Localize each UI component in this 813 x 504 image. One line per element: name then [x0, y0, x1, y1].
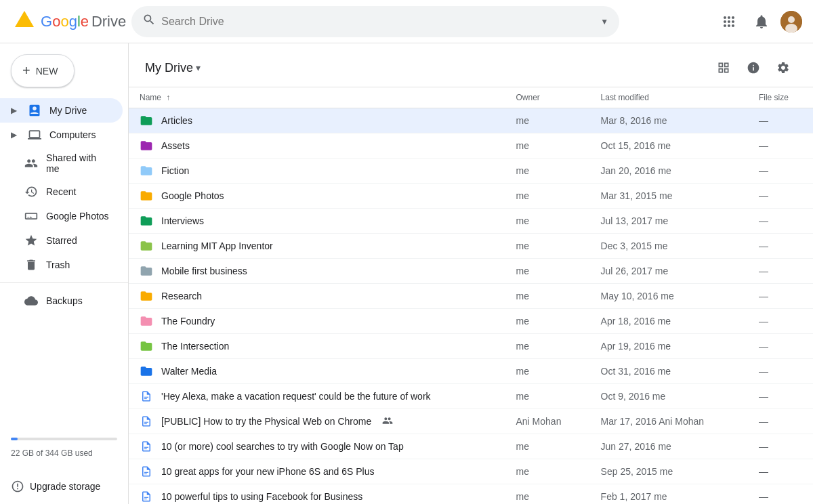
search-bar[interactable]: ▼ [131, 6, 619, 37]
file-size-cell: — [748, 159, 813, 184]
file-modified-cell: May 10, 2016 me [590, 284, 748, 309]
table-row[interactable]: Assets me Oct 15, 2016 me — [129, 133, 813, 159]
file-modified-cell: Jun 27, 2016 me [590, 434, 748, 459]
table-row[interactable]: 'Hey Alexa, make a vacation request' cou… [129, 384, 813, 409]
new-button[interactable]: + NEW [11, 54, 75, 87]
file-modified-cell: Jul 13, 2017 me [590, 209, 748, 234]
table-row[interactable]: 10 great apps for your new iPhone 6S and… [129, 459, 813, 484]
file-size-cell: — [748, 384, 813, 409]
file-name: Interviews [161, 215, 204, 226]
file-name: Walter Media [161, 366, 217, 377]
file-name-cell: 10 great apps for your new iPhone 6S and… [129, 459, 505, 484]
nav-expand-arrow: ▶ [11, 106, 17, 115]
sidebar-item-label-backups: Backups [46, 295, 83, 306]
file-modified-cell: Dec 3, 2015 me [590, 234, 748, 259]
upgrade-storage-button[interactable]: Upgrade storage [0, 474, 128, 499]
file-name: 'Hey Alexa, make a vacation request' cou… [161, 391, 431, 402]
col-size[interactable]: File size [748, 87, 813, 108]
sidebar-item-my-drive[interactable]: ▶ My Drive [0, 98, 123, 123]
col-owner[interactable]: Owner [505, 87, 590, 108]
file-name-cell: Walter Media [129, 359, 505, 383]
table-row[interactable]: [PUBLIC] How to try the Physical Web on … [129, 409, 813, 434]
file-name-cell: Fiction [129, 159, 505, 183]
file-owner-cell: me [505, 384, 590, 409]
folder-icon [140, 189, 153, 203]
doc-icon [140, 465, 153, 478]
svg-rect-8 [144, 422, 148, 423]
svg-rect-13 [144, 474, 147, 474]
sidebar-item-computers[interactable]: ▶ Computers [0, 123, 123, 147]
sidebar-item-label-shared: Shared with me [46, 152, 112, 174]
table-row[interactable]: Fiction me Jan 20, 2016 me — [129, 159, 813, 184]
storage-bar-bg [11, 438, 117, 440]
file-owner-cell: me [505, 459, 590, 484]
sidebar-item-google-photos[interactable]: Google Photos [0, 204, 123, 228]
sidebar-item-shared[interactable]: Shared with me [0, 147, 123, 180]
file-size-cell: — [748, 309, 813, 334]
table-row[interactable]: Interviews me Jul 13, 2017 me — [129, 209, 813, 234]
doc-icon [140, 390, 153, 403]
table-row[interactable]: 10 (or more) cool searches to try with G… [129, 434, 813, 459]
folder-icon [140, 114, 153, 127]
folder-icon [140, 364, 153, 378]
sidebar: + NEW ▶ My Drive ▶ Computers Shared with… [0, 43, 129, 504]
file-size-cell: — [748, 259, 813, 284]
title-dropdown-icon[interactable]: ▾ [196, 62, 201, 73]
sidebar-item-trash[interactable]: Trash [0, 253, 123, 277]
file-name: Learning MIT App Inventor [161, 240, 273, 251]
file-name: Mobile first business [161, 266, 247, 276]
col-name[interactable]: Name ↑ [129, 87, 505, 108]
table-row[interactable]: 10 powerful tips to using Facebook for B… [129, 484, 813, 505]
file-size-cell: — [748, 409, 813, 434]
logo-text: Google Drive [41, 13, 126, 30]
photos-icon [24, 209, 38, 223]
sidebar-item-label-starred: Starred [46, 235, 77, 246]
storage-text: 22 GB of 344 GB used [11, 448, 117, 458]
file-owner-cell: me [505, 284, 590, 309]
shared-icon [24, 156, 38, 170]
apps-icon[interactable] [715, 8, 743, 35]
table-header-row: Name ↑ Owner Last modified File size [129, 87, 813, 108]
search-dropdown-icon[interactable]: ▼ [600, 17, 608, 26]
grid-view-icon[interactable] [710, 54, 737, 81]
file-modified-cell: Jan 20, 2016 me [590, 159, 748, 184]
avatar[interactable] [780, 11, 802, 33]
table-row[interactable]: The Foundry me Apr 18, 2016 me — [129, 309, 813, 334]
file-name-cell: [PUBLIC] How to try the Physical Web on … [129, 409, 505, 434]
file-owner-cell: me [505, 133, 590, 159]
table-row[interactable]: Learning MIT App Inventor me Dec 3, 2015… [129, 234, 813, 259]
sidebar-item-backups[interactable]: Backups [0, 289, 123, 313]
doc-icon [140, 415, 153, 428]
col-modified[interactable]: Last modified [590, 87, 748, 108]
file-modified-cell: Jul 26, 2017 me [590, 259, 748, 284]
table-row[interactable]: Articles me Mar 8, 2016 me — [129, 108, 813, 133]
upgrade-icon [11, 480, 24, 493]
table-row[interactable]: Google Photos me Mar 31, 2015 me — [129, 184, 813, 209]
settings-icon[interactable] [770, 54, 797, 81]
col-modified-label: Last modified [601, 93, 649, 102]
svg-rect-9 [144, 423, 147, 424]
table-row[interactable]: Mobile first business me Jul 26, 2017 me… [129, 259, 813, 284]
sidebar-item-starred[interactable]: Starred [0, 228, 123, 253]
file-size-cell: — [748, 484, 813, 505]
my-drive-title: My Drive [145, 61, 193, 75]
file-name: [PUBLIC] How to try the Physical Web on … [161, 416, 371, 427]
search-input[interactable] [161, 16, 595, 28]
drive-title: My Drive ▾ [145, 61, 201, 75]
notification-icon[interactable] [748, 8, 775, 35]
header-icons [710, 54, 797, 81]
file-name-cell: 'Hey Alexa, make a vacation request' cou… [129, 384, 505, 408]
file-size-cell: — [748, 184, 813, 209]
file-name: 10 great apps for your new iPhone 6S and… [161, 466, 374, 477]
table-row[interactable]: The Intersection me Apr 19, 2016 me — [129, 334, 813, 359]
svg-rect-7 [144, 398, 147, 399]
info-icon[interactable] [740, 54, 767, 81]
folder-icon [140, 289, 153, 303]
table-row[interactable]: Walter Media me Oct 31, 2016 me — [129, 359, 813, 384]
folder-icon [140, 239, 153, 253]
file-name: The Foundry [161, 316, 215, 327]
table-row[interactable]: Research me May 10, 2016 me — [129, 284, 813, 309]
file-name: Assets [161, 140, 190, 151]
sidebar-item-recent[interactable]: Recent [0, 180, 123, 204]
file-name: 10 powerful tips to using Facebook for B… [161, 491, 362, 502]
